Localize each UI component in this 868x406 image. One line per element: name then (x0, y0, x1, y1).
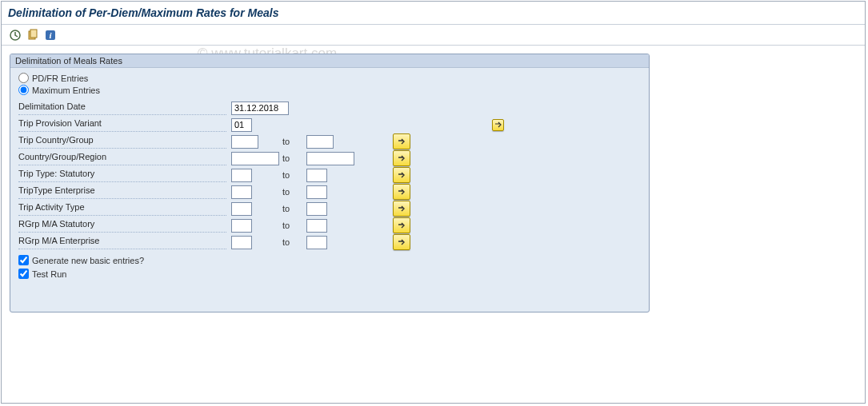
multi-selection-button[interactable] (393, 167, 410, 183)
input-trip-activity-to[interactable] (306, 202, 327, 216)
checkbox-generate-entries-label: Generate new basic entries? (32, 256, 144, 265)
input-trip-type-ent-from[interactable] (231, 185, 252, 199)
radio-maximum[interactable] (18, 85, 29, 95)
label-rgrp-stat: RGrp M/A Statutory (18, 218, 226, 233)
input-country-region-from[interactable] (231, 152, 279, 165)
label-delim-date: Delimitation Date (18, 101, 226, 115)
svg-rect-2 (30, 30, 37, 38)
input-trip-country-to[interactable] (306, 135, 334, 149)
label-trip-variant: Trip Provision Variant (18, 117, 226, 132)
input-delim-date[interactable] (231, 102, 289, 115)
input-rgrp-stat-from[interactable] (231, 219, 252, 233)
group-title: Delimitation of Meals Rates (10, 54, 649, 68)
radio-pdfr[interactable] (18, 73, 29, 83)
label-country-region: Country/Group/Region (18, 151, 226, 165)
page-title: Delimitation of Per-Diem/Maximum Rates f… (2, 2, 865, 25)
checkbox-generate-entries[interactable] (18, 255, 29, 265)
input-trip-type-stat-from[interactable] (231, 169, 252, 182)
execute-icon[interactable] (8, 28, 22, 42)
radio-maximum-label: Maximum Entries (32, 86, 100, 95)
input-trip-activity-from[interactable] (231, 202, 252, 216)
label-trip-country: Trip Country/Group (18, 134, 226, 149)
to-label: to (279, 170, 303, 180)
group-delimitation: Delimitation of Meals Rates PD/FR Entrie… (10, 54, 650, 312)
input-country-region-to[interactable] (306, 152, 354, 165)
input-trip-country-from[interactable] (231, 135, 258, 149)
variants-icon[interactable] (26, 28, 40, 42)
input-rgrp-ent-to[interactable] (306, 236, 327, 249)
multi-selection-button[interactable] (393, 217, 410, 233)
to-label: to (279, 187, 303, 197)
label-rgrp-ent: RGrp M/A Enterprise (18, 235, 226, 249)
radio-pdfr-label: PD/FR Entries (32, 74, 88, 83)
to-label: to (279, 221, 303, 230)
to-label: to (279, 204, 303, 213)
app-toolbar: i © www.tutorialkart.com (2, 25, 865, 46)
to-label: to (279, 153, 303, 163)
label-trip-type-ent: TripType Enterprise (18, 185, 226, 199)
multi-selection-button[interactable] (393, 201, 410, 217)
checkbox-test-run-label: Test Run (32, 269, 66, 279)
label-trip-type-stat: Trip Type: Statutory (18, 168, 226, 182)
input-rgrp-ent-from[interactable] (231, 236, 252, 249)
input-trip-variant-from[interactable] (231, 118, 252, 132)
to-label: to (279, 237, 303, 247)
multi-selection-button[interactable] (393, 234, 410, 250)
input-trip-type-ent-to[interactable] (306, 185, 327, 199)
label-trip-activity: Trip Activity Type (18, 201, 226, 216)
multi-selection-button[interactable] (393, 184, 410, 200)
multi-selection-button[interactable] (393, 133, 410, 149)
multi-selection-button[interactable] (492, 119, 504, 131)
to-label: to (279, 137, 303, 146)
checkbox-test-run[interactable] (18, 269, 29, 279)
input-rgrp-stat-to[interactable] (306, 219, 327, 233)
info-icon[interactable]: i (43, 28, 58, 42)
input-trip-type-stat-to[interactable] (306, 169, 327, 182)
multi-selection-button[interactable] (393, 150, 410, 166)
